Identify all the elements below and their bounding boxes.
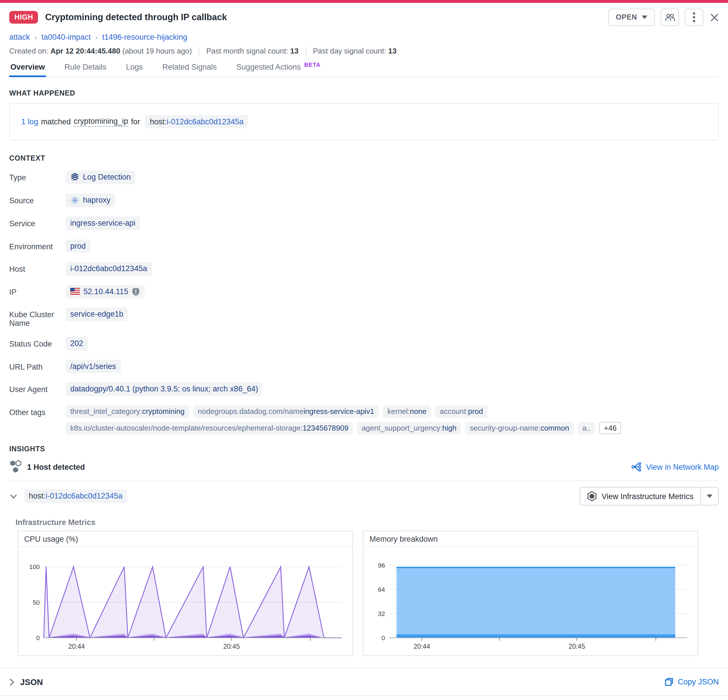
day-count-label: Past day signal count: [313,46,386,55]
tag-pill[interactable]: nodegroups.datadog.com/nameingress-servi… [193,405,379,418]
for-text: for [131,117,140,126]
context-row-environment: Environment prod [9,239,719,253]
tag-value: high [442,424,456,432]
rule-name-link[interactable]: cryptomining_ip [74,117,128,127]
insight-host-key: host: [29,492,46,500]
tag-key: agent_support_urgency: [362,424,442,432]
host-pill[interactable]: i-012dc6abc0d12345a [66,262,152,275]
tag-value: cryptomining [142,407,185,415]
cpu-usage-chart[interactable]: 05010020:4420:45 [19,547,351,655]
breadcrumb-link-attack[interactable]: attack [9,33,30,42]
insight-host-pill[interactable]: host:i-012dc6abc0d12345a [24,490,127,503]
signal-meta: Created on: Apr 12 20:44:45.480 (about 1… [9,46,719,55]
tags-overflow-button[interactable]: +46 [599,422,621,434]
tag-key: account: [440,407,468,415]
assign-users-button[interactable] [661,9,679,26]
close-icon[interactable] [710,13,719,22]
svg-text:20:44: 20:44 [68,643,85,650]
kube-cluster-pill[interactable]: service-edge1b [66,307,128,321]
created-ago: (about 19 hours ago) [122,46,192,55]
memory-breakdown-chart[interactable]: 032649620:4420:45 [364,547,696,655]
type-label: Type [9,171,66,182]
breadcrumb: attack›ta0040-impact›t1496-resource-hija… [9,33,719,42]
severity-badge: HIGH [9,11,38,24]
url-path-pill[interactable]: /api/v1/series [66,360,121,373]
tag-key: k8s.io/cluster-autoscaler/node-template/… [70,424,303,432]
service-pill[interactable]: ingress-service-api [66,217,140,230]
beta-badge: BETA [304,62,321,68]
tab-related-signals[interactable]: Related Signals [161,63,218,77]
tag-pill[interactable]: a.. [578,422,595,435]
user-agent-value: datadogpy/0.40.1 (python 3.9.5; os linux… [70,385,258,393]
breadcrumb-link-ta0040-impact[interactable]: ta0040-impact [42,33,91,42]
ip-label: IP [9,285,66,296]
host-label: Host [9,262,66,273]
infrastructure-metrics-charts: CPU usage (%) 05010020:4420:45 Memory br… [18,531,719,656]
tab-label: Related Signals [162,63,217,71]
tag-pill[interactable]: threat_intel_category:cryptomining [66,405,189,418]
tag-value: none [410,407,426,415]
insight-host-value: i-012dc6abc0d12345a [46,492,123,500]
view-infrastructure-metrics-button[interactable]: View Infrastructure Metrics [581,487,701,505]
what-happened-heading: WHAT HAPPENED [0,77,728,97]
tab-bar: OverviewRule DetailsLogsRelated SignalsS… [9,63,719,77]
environment-pill[interactable]: prod [66,239,90,253]
tag-pill[interactable]: agent_support_urgency:high [357,422,461,435]
tab-suggested-actions[interactable]: Suggested ActionsBETA [235,63,322,77]
tag-pill[interactable]: account:prod [435,405,487,418]
host-tag-pill[interactable]: host:i-012dc6abc0d12345a [145,115,248,129]
chevron-down-icon[interactable] [10,494,17,499]
tab-logs[interactable]: Logs [125,63,144,77]
context-row-kube: Kube Cluster Name service-edge1b [9,307,719,328]
chevron-right-icon [9,678,14,686]
tab-label: Logs [126,63,143,71]
url-path-label: URL Path [9,360,66,371]
day-count-value: 13 [388,46,397,55]
users-icon [665,13,675,22]
context-row-url: URL Path /api/v1/series [9,360,719,373]
status-code-pill[interactable]: 202 [66,337,88,350]
tab-label: Overview [10,63,45,71]
environment-label: Environment [9,239,66,251]
tab-overview[interactable]: Overview [9,63,46,77]
json-expander[interactable]: JSON [9,677,43,687]
host-detected-text: 1 Host detected [27,463,85,471]
context-row-service: Service ingress-service-api [9,217,719,230]
type-value: Log Detection [83,173,131,182]
svg-text:100: 100 [29,563,40,570]
type-pill[interactable]: Log Detection [66,171,136,184]
matched-text: matched [41,117,71,126]
source-pill[interactable]: haproxy [66,194,115,207]
view-network-map-link[interactable]: View in Network Map [631,462,719,471]
context-row-user-agent: User Agent datadogpy/0.40.1 (python 3.9.… [9,382,719,396]
status-label: OPEN [616,13,637,21]
copy-json-button[interactable]: Copy JSON [664,678,719,686]
what-happened-box: 1 log matched cryptomining_ip for host:i… [9,103,719,140]
context-row-other-tags: Other tags threat_intel_category:cryptom… [9,405,719,435]
more-options-button[interactable] [685,9,703,26]
chevron-down-icon [707,495,712,498]
tab-label: Rule Details [65,63,107,71]
user-agent-pill[interactable]: datadogpy/0.40.1 (python 3.9.5; os linux… [66,382,263,396]
status-dropdown-button[interactable]: OPEN [608,9,655,26]
tag-key: kernel: [387,407,410,415]
metrics-dropdown-toggle[interactable] [701,487,718,505]
view-network-map-label: View in Network Map [646,463,719,471]
chevron-down-icon [642,16,647,19]
kebab-menu-icon [693,12,695,22]
divider [199,47,199,55]
user-agent-label: User Agent [9,382,66,394]
breadcrumb-link-t1496-resource-hijacking[interactable]: t1496-resource-hijacking [102,33,187,42]
memory-breakdown-chart-card: Memory breakdown 032649620:4420:45 [363,531,698,656]
breadcrumb-separator: › [35,33,37,41]
log-count-link[interactable]: 1 log [21,117,38,126]
copy-icon [664,678,673,686]
severity-top-bar [0,0,728,3]
tag-pill[interactable]: k8s.io/cluster-autoscaler/node-template/… [66,422,353,435]
ip-pill[interactable]: 52.10.44.115 [66,285,144,298]
copy-json-label: Copy JSON [677,678,719,686]
tag-pill[interactable]: kernel:none [383,405,431,418]
tab-rule-details[interactable]: Rule Details [63,63,108,77]
host-tag-key: host: [150,117,167,126]
tag-pill[interactable]: security-group-name:common [465,422,574,435]
